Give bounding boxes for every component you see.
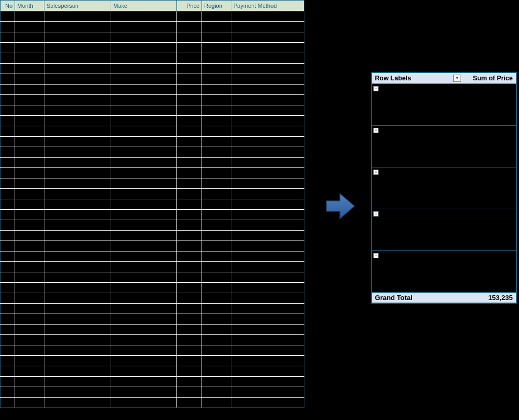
pivot-group-label[interactable]: ▫ bbox=[372, 167, 466, 177]
table-cell[interactable] bbox=[1, 220, 15, 231]
table-row[interactable] bbox=[1, 64, 304, 74]
table-cell[interactable] bbox=[44, 335, 111, 345]
table-row[interactable] bbox=[1, 377, 304, 387]
table-cell[interactable] bbox=[177, 137, 202, 147]
table-cell[interactable] bbox=[44, 377, 111, 387]
table-row[interactable] bbox=[1, 22, 304, 32]
table-cell[interactable] bbox=[202, 199, 231, 210]
table-cell[interactable] bbox=[1, 85, 15, 95]
table-row[interactable] bbox=[1, 220, 304, 231]
table-cell[interactable] bbox=[177, 168, 202, 178]
table-cell[interactable] bbox=[111, 272, 177, 283]
pivot-sub-label[interactable] bbox=[372, 198, 466, 209]
table-cell[interactable] bbox=[1, 241, 15, 251]
pivot-sub-row[interactable] bbox=[372, 240, 516, 250]
table-cell[interactable] bbox=[177, 178, 202, 189]
table-cell[interactable] bbox=[15, 105, 44, 116]
table-cell[interactable] bbox=[15, 304, 44, 314]
table-cell[interactable] bbox=[1, 22, 15, 32]
table-cell[interactable] bbox=[15, 53, 44, 64]
table-cell[interactable] bbox=[231, 356, 304, 366]
table-row[interactable] bbox=[1, 189, 304, 199]
pivot-group-label[interactable]: ▫ bbox=[372, 209, 466, 219]
table-cell[interactable] bbox=[177, 366, 202, 377]
table-row[interactable] bbox=[1, 158, 304, 168]
table-cell[interactable] bbox=[15, 241, 44, 251]
pivot-table[interactable]: Row Labels ▼ Sum of Price ▫▫▫▫▫Grand Tot… bbox=[371, 72, 517, 304]
table-cell[interactable] bbox=[1, 335, 15, 345]
pivot-sub-label[interactable] bbox=[372, 230, 466, 240]
pivot-sub-label[interactable] bbox=[372, 157, 466, 167]
table-cell[interactable] bbox=[111, 199, 177, 210]
table-cell[interactable] bbox=[111, 377, 177, 387]
table-cell[interactable] bbox=[44, 241, 111, 251]
table-cell[interactable] bbox=[111, 126, 177, 137]
pivot-sub-row[interactable] bbox=[372, 198, 516, 209]
table-cell[interactable] bbox=[177, 345, 202, 356]
table-cell[interactable] bbox=[231, 168, 304, 178]
pivot-sub-label[interactable] bbox=[372, 104, 466, 115]
table-cell[interactable] bbox=[202, 356, 231, 366]
table-cell[interactable] bbox=[15, 325, 44, 335]
table-cell[interactable] bbox=[111, 168, 177, 178]
table-cell[interactable] bbox=[1, 345, 15, 356]
col-header-region[interactable]: Region bbox=[202, 1, 231, 11]
table-cell[interactable] bbox=[202, 220, 231, 231]
table-cell[interactable] bbox=[177, 85, 202, 95]
table-cell[interactable] bbox=[111, 251, 177, 262]
table-cell[interactable] bbox=[202, 262, 231, 272]
table-row[interactable] bbox=[1, 147, 304, 158]
table-cell[interactable] bbox=[111, 210, 177, 220]
table-cell[interactable] bbox=[177, 398, 202, 408]
table-cell[interactable] bbox=[1, 387, 15, 398]
table-cell[interactable] bbox=[44, 231, 111, 241]
table-cell[interactable] bbox=[15, 293, 44, 304]
table-row[interactable] bbox=[1, 345, 304, 356]
table-cell[interactable] bbox=[177, 314, 202, 325]
table-cell[interactable] bbox=[202, 95, 231, 105]
table-cell[interactable] bbox=[111, 241, 177, 251]
table-cell[interactable] bbox=[15, 178, 44, 189]
table-cell[interactable] bbox=[231, 22, 304, 32]
table-cell[interactable] bbox=[202, 304, 231, 314]
table-row[interactable] bbox=[1, 11, 304, 22]
table-cell[interactable] bbox=[111, 314, 177, 325]
table-cell[interactable] bbox=[231, 105, 304, 116]
table-cell[interactable] bbox=[177, 262, 202, 272]
table-cell[interactable] bbox=[111, 116, 177, 126]
table-cell[interactable] bbox=[1, 398, 15, 408]
table-cell[interactable] bbox=[202, 293, 231, 304]
table-row[interactable] bbox=[1, 137, 304, 147]
table-cell[interactable] bbox=[111, 335, 177, 345]
table-cell[interactable] bbox=[44, 262, 111, 272]
table-cell[interactable] bbox=[111, 231, 177, 241]
table-cell[interactable] bbox=[202, 158, 231, 168]
table-row[interactable] bbox=[1, 283, 304, 293]
table-cell[interactable] bbox=[44, 32, 111, 43]
col-header-month[interactable]: Month bbox=[15, 1, 44, 11]
pivot-sub-label[interactable] bbox=[372, 271, 466, 282]
table-cell[interactable] bbox=[1, 272, 15, 283]
table-row[interactable] bbox=[1, 199, 304, 210]
table-cell[interactable] bbox=[231, 377, 304, 387]
col-header-payment[interactable]: Payment Method bbox=[231, 1, 304, 11]
table-cell[interactable] bbox=[231, 199, 304, 210]
table-cell[interactable] bbox=[44, 178, 111, 189]
table-cell[interactable] bbox=[15, 345, 44, 356]
table-cell[interactable] bbox=[1, 210, 15, 220]
table-cell[interactable] bbox=[1, 178, 15, 189]
table-row[interactable] bbox=[1, 356, 304, 366]
table-cell[interactable] bbox=[202, 32, 231, 43]
source-data-table[interactable]: No Month Salesperson Make Price Region P… bbox=[0, 0, 304, 408]
table-cell[interactable] bbox=[231, 137, 304, 147]
table-cell[interactable] bbox=[202, 105, 231, 116]
table-cell[interactable] bbox=[111, 85, 177, 95]
table-row[interactable] bbox=[1, 387, 304, 398]
table-cell[interactable] bbox=[15, 272, 44, 283]
table-cell[interactable] bbox=[1, 262, 15, 272]
table-cell[interactable] bbox=[15, 356, 44, 366]
pivot-sub-row[interactable] bbox=[372, 157, 516, 167]
pivot-sub-row[interactable] bbox=[372, 271, 516, 282]
table-row[interactable] bbox=[1, 32, 304, 43]
table-cell[interactable] bbox=[177, 147, 202, 158]
